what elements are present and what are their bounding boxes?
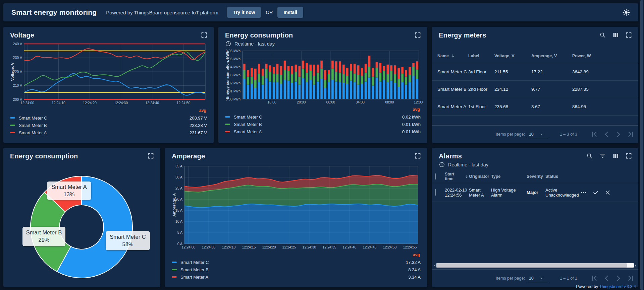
column-header-type[interactable]: Type <box>491 174 527 179</box>
legend-label: Smart Meter B <box>19 123 47 128</box>
column-header-name[interactable]: Name <box>437 54 468 58</box>
legend-avg-header: avg <box>225 107 421 113</box>
legend-item[interactable]: Smart Meter C 17.32 A <box>172 259 421 266</box>
svg-text:04:00: 04:00 <box>356 100 365 104</box>
next-page-button[interactable] <box>614 130 623 139</box>
scroll-left-arrow-icon[interactable] <box>433 264 435 267</box>
widget-title: Energy consumption <box>10 152 78 160</box>
columns-icon[interactable] <box>612 152 619 159</box>
legend-avg-value: 231.67 V <box>190 130 207 135</box>
amperage-legend: avg Smart Meter C 17.32 A Smart Meter B … <box>165 250 427 284</box>
cell-voltage: 235.68 <box>494 104 531 109</box>
legend-item[interactable]: Smart Meter B 223.28 V <box>10 122 207 129</box>
column-header-label[interactable]: Label <box>468 54 494 58</box>
filter-icon[interactable] <box>599 152 606 159</box>
timewindow-label[interactable]: Realtime - last day <box>234 41 275 47</box>
thingsboard-version-link[interactable]: Thingsboard v.3.3.4 <box>599 284 636 289</box>
table-row[interactable]: Smart Meter B 2nd Floor 234.12 9.77 2287… <box>432 81 638 98</box>
first-page-button[interactable] <box>590 274 599 283</box>
legend-item[interactable]: Smart Meter C 208.97 V <box>10 114 207 122</box>
legend-item[interactable]: Smart Meter A 231.67 V <box>10 129 207 136</box>
widget-title: Alarms <box>439 152 462 160</box>
scroll-right-arrow-icon[interactable] <box>635 264 638 267</box>
search-icon[interactable] <box>586 152 593 159</box>
legend-item[interactable]: Smart Meter B 0.01 kWh <box>225 121 421 128</box>
items-per-page-select[interactable]: 10 <box>528 131 548 138</box>
cell-type: High Voltage Alarm <box>491 188 527 198</box>
alarms-widget: Alarms Realtime - last day Start time Or… <box>432 148 638 287</box>
cell-power: 2287.35 <box>572 87 633 92</box>
column-header-start-time[interactable]: Start time <box>445 172 469 181</box>
legend-avg-value: 223.28 V <box>190 123 207 128</box>
more-actions-icon[interactable] <box>580 189 587 196</box>
first-page-button[interactable] <box>590 130 599 139</box>
page-scrollbar-thumb[interactable] <box>640 0 643 290</box>
legend-item[interactable]: Smart Meter C 0.02 kWh <box>225 113 421 121</box>
cell-voltage: 211.55 <box>494 69 531 74</box>
legend-avg-value: 3.34 A <box>408 275 421 280</box>
fullscreen-icon[interactable] <box>625 31 632 39</box>
voltage-widget: Voltage 200 V210 V220 V230 V240 VVoltage… <box>3 27 214 143</box>
cell-amperage: 17.22 <box>531 69 572 74</box>
svg-text:210 V: 210 V <box>13 83 22 87</box>
next-page-button[interactable] <box>614 274 623 283</box>
legend-item[interactable]: Smart Meter A 3.34 A <box>172 273 421 281</box>
brightness-sun-icon[interactable] <box>622 8 630 16</box>
try-it-now-button[interactable]: Try it now <box>227 7 261 18</box>
legend-label: Smart Meter A <box>180 275 208 280</box>
column-header-status[interactable]: Status <box>545 174 580 179</box>
series-color-swatch <box>10 117 15 119</box>
column-header-power[interactable]: Power, W <box>572 54 633 58</box>
install-button[interactable]: Install <box>277 7 303 18</box>
clock-icon <box>439 161 445 168</box>
svg-text:12:24:10: 12:24:10 <box>222 245 236 249</box>
powered-by-subtitle: Powered by ThingsBoard opensource IoT pl… <box>106 10 220 15</box>
items-per-page-label: Items per page: <box>496 276 525 281</box>
energy-consumption-donut-chart[interactable] <box>3 162 160 285</box>
horizontal-scrollbar[interactable] <box>433 263 638 268</box>
svg-text:12:24:40: 12:24:40 <box>343 245 357 249</box>
dashboard-page: Smart energy monitoring Powered by Thing… <box>0 0 644 290</box>
svg-text:12:24:30: 12:24:30 <box>303 245 316 249</box>
svg-text:00:00: 00:00 <box>326 100 335 104</box>
legend-label: Smart Meter A <box>19 130 47 135</box>
column-header-severity[interactable]: Severity <box>527 174 545 179</box>
select-all-checkbox[interactable] <box>435 173 436 179</box>
svg-text:12:24:50: 12:24:50 <box>176 101 190 105</box>
sort-desc-icon <box>450 54 455 58</box>
prev-page-button[interactable] <box>602 130 611 139</box>
cell-originator: Smart Meter A <box>469 188 491 198</box>
prev-page-button[interactable] <box>602 274 611 283</box>
legend-item[interactable]: Smart Meter A 0.01 kWh <box>225 128 421 135</box>
svg-text:10 A: 10 A <box>175 219 182 223</box>
table-row[interactable]: Smart Meter A 1st Floor 235.68 3.67 864.… <box>432 98 638 116</box>
fullscreen-icon[interactable] <box>414 31 421 39</box>
row-checkbox[interactable] <box>435 189 436 196</box>
timewindow-label[interactable]: Realtime - last day <box>448 162 488 167</box>
last-page-button[interactable] <box>626 130 635 139</box>
scrollbar-thumb[interactable] <box>436 263 627 268</box>
cell-power: 864.95 <box>572 104 633 109</box>
fullscreen-icon[interactable] <box>414 152 421 159</box>
series-color-swatch <box>225 124 230 125</box>
fullscreen-icon[interactable] <box>147 152 154 159</box>
widget-title: Amperage <box>172 152 205 160</box>
fullscreen-icon[interactable] <box>201 31 208 39</box>
acknowledge-check-icon[interactable] <box>592 189 599 196</box>
page-scrollbar[interactable] <box>640 0 644 290</box>
widget-title: Voltage <box>10 31 34 39</box>
clear-close-icon[interactable] <box>604 189 611 196</box>
table-row[interactable]: Smart Meter C 3rd Floor 211.55 17.22 364… <box>432 63 638 81</box>
columns-icon[interactable] <box>612 31 619 39</box>
pie-label-smart-meter-b: Smart Meter B 29% <box>22 227 65 246</box>
cell-severity: Major <box>527 190 545 195</box>
search-icon[interactable] <box>599 31 606 39</box>
column-header-amperage[interactable]: Amperage, V <box>531 54 572 58</box>
fullscreen-icon[interactable] <box>625 152 632 159</box>
items-per-page-select[interactable]: 10 <box>528 275 548 282</box>
column-header-voltage[interactable]: Voltage, V <box>494 54 531 58</box>
column-header-originator[interactable]: Originator <box>469 174 491 179</box>
legend-item[interactable]: Smart Meter B 8.24 A <box>172 266 421 273</box>
last-page-button[interactable] <box>626 274 635 283</box>
alarm-row[interactable]: 2022-02-10 12:24:56 Smart Meter A High V… <box>432 183 638 202</box>
